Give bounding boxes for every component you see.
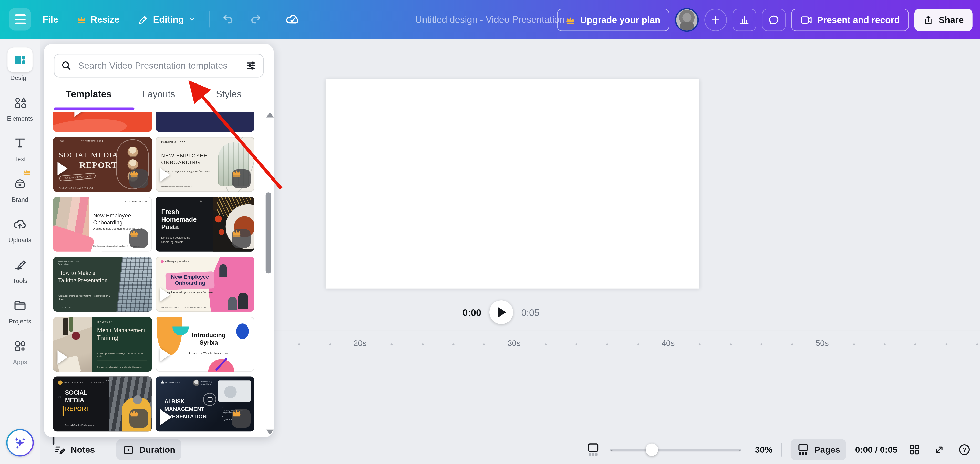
duration-readout: 0:00 / 0:05: [855, 445, 897, 454]
sidebar-item-tools[interactable]: Tools: [0, 254, 40, 284]
bottombar-divider: [781, 443, 782, 456]
zoom-slider[interactable]: [610, 443, 741, 456]
playback-current-time: 0:00: [463, 307, 481, 318]
premium-badge: [129, 409, 148, 427]
template-thumbnail[interactable]: PAUCEK & LAGE NEW EMPLOYEE ONBOARDING A …: [156, 137, 254, 192]
resize-label: Resize: [91, 14, 119, 24]
template-thumbnail[interactable]: Add company name here New Employee Onboa…: [53, 197, 152, 252]
help-icon[interactable]: ?: [956, 442, 972, 458]
template-thumbnail[interactable]: IntroducingSyrixa A Smarter Way to Track…: [156, 316, 254, 372]
present-and-record-button[interactable]: Present and record: [791, 9, 908, 31]
cloud-saved-icon: [280, 8, 304, 31]
design-page-canvas[interactable]: [326, 79, 700, 288]
template-thumbnail[interactable]: — 01 Fresh Homemade Pasta Delicious nood…: [156, 197, 254, 252]
timeline-tick-label: 20s: [353, 338, 367, 348]
account-avatar[interactable]: [675, 8, 698, 32]
sidebar-label: Projects: [9, 318, 31, 325]
zoom-slider-thumb[interactable]: [646, 443, 658, 456]
sidebar-item-projects[interactable]: Projects: [0, 295, 40, 325]
template-thumbnail[interactable]: MEMENTO Menu Management Training A devel…: [53, 316, 152, 372]
play-icon: [498, 307, 506, 317]
more-options-icon: •••: [106, 378, 112, 382]
resize-button[interactable]: Resize: [70, 8, 127, 31]
template-thumbnail[interactable]: DELLANEE FASHION GROUP ••• 01 SOCIALMEDI…: [53, 377, 152, 432]
sidebar-label: Design: [10, 74, 30, 81]
sidebar-item-design[interactable]: Design: [0, 48, 40, 81]
present-label: Present and record: [817, 15, 900, 25]
undo-button[interactable]: [216, 8, 240, 31]
topbar-divider: [274, 11, 274, 27]
crown-icon: [566, 16, 576, 24]
timeline-view-icon[interactable]: [585, 442, 601, 458]
zoom-slider-track[interactable]: [610, 449, 741, 451]
premium-badge: [232, 169, 251, 188]
main-menu-button[interactable]: [9, 8, 31, 31]
templates-panel: Templates Layouts Styles A guide to help…: [44, 44, 274, 437]
panel-scroll-down-arrow[interactable]: [266, 430, 274, 435]
design-title[interactable]: Untitled design - Video Presentation: [415, 14, 565, 25]
share-button[interactable]: Share: [914, 9, 972, 31]
duration-button[interactable]: Duration: [116, 439, 181, 460]
editing-mode-dropdown[interactable]: Editing: [130, 8, 203, 31]
timeline-tick-label: 40s: [662, 338, 675, 348]
sidebar-label: Text: [14, 156, 26, 162]
play-button[interactable]: [489, 300, 513, 324]
tab-styles[interactable]: Styles: [194, 89, 264, 99]
template-thumbnail[interactable]: Add company name here New EmployeeOnboar…: [156, 257, 254, 311]
notes-button[interactable]: Notes: [48, 439, 101, 460]
insights-chart-button[interactable]: [732, 9, 756, 31]
comments-button[interactable]: [762, 9, 785, 31]
sparkles-icon: [12, 435, 28, 451]
magic-ai-button[interactable]: [6, 429, 33, 456]
video-camera-icon: [800, 14, 812, 25]
template-thumbnail[interactable]: How to Make Canva Video Presentations Ho…: [53, 257, 152, 311]
pencil-icon: [138, 14, 149, 25]
timeline-tick-dot: [483, 343, 485, 345]
play-icon: [160, 348, 170, 362]
timeline-tick-dot: [791, 343, 793, 345]
sidebar-item-elements[interactable]: Elements: [0, 92, 40, 122]
play-icon: [160, 409, 172, 425]
zoom-percentage[interactable]: 30%: [750, 445, 772, 454]
search-icon: [61, 60, 72, 71]
template-thumbnail[interactable]: A guide to help you during your first we…: [53, 112, 152, 132]
tab-templates[interactable]: Templates: [54, 89, 124, 99]
sidebar-label: Apps: [13, 359, 27, 365]
play-icon: [57, 162, 67, 176]
timeline-tick-dot: [299, 343, 300, 345]
svg-text:?: ?: [963, 447, 966, 453]
file-menu-button[interactable]: File: [35, 8, 65, 31]
play-icon: [57, 350, 67, 364]
panel-scroll-up-arrow[interactable]: [266, 113, 274, 118]
redo-button[interactable]: [244, 8, 268, 31]
template-thumbnail[interactable]: Fradel and Spies Presented ByAvery Davis…: [156, 377, 254, 432]
add-member-button[interactable]: [704, 9, 727, 31]
upgrade-plan-button[interactable]: Upgrade your plan: [557, 9, 669, 31]
bottom-bar: Notes Duration 30% Pages: [40, 435, 980, 464]
fullscreen-icon[interactable]: [931, 442, 947, 458]
timeline-tick-dot: [945, 343, 947, 345]
grid-view-icon[interactable]: [906, 442, 922, 458]
projects-folder-icon: [8, 295, 33, 316]
crown-icon: [22, 168, 31, 175]
template-thumbnail[interactable]: (00) DECEMBER 2024 SOCIAL MEDIA REPORT F…: [53, 137, 152, 192]
timeline-tick-dot: [976, 343, 978, 345]
timeline-tick-dot: [637, 343, 639, 345]
timeline-tick-label: 50s: [816, 338, 829, 348]
sidebar-item-text[interactable]: Text: [0, 132, 40, 162]
filter-settings-icon[interactable]: [246, 60, 257, 71]
tab-layouts[interactable]: Layouts: [124, 89, 194, 99]
search-input[interactable]: [77, 60, 240, 71]
chevron-down-icon: [188, 16, 196, 23]
brand-icon: co: [8, 173, 33, 194]
sidebar-item-uploads[interactable]: Uploads: [0, 214, 40, 243]
panel-scrollbar-thumb[interactable]: [266, 192, 271, 273]
pages-button[interactable]: Pages: [791, 439, 846, 460]
sidebar-item-brand[interactable]: co Brand: [0, 173, 40, 203]
file-label: File: [43, 14, 58, 24]
thumb-photo: [116, 257, 152, 311]
apps-icon: [8, 335, 33, 357]
sidebar-item-apps[interactable]: Apps: [0, 335, 40, 365]
template-search-box[interactable]: [54, 54, 264, 78]
template-thumbnail[interactable]: Tips for the best experience for your te…: [156, 112, 254, 132]
